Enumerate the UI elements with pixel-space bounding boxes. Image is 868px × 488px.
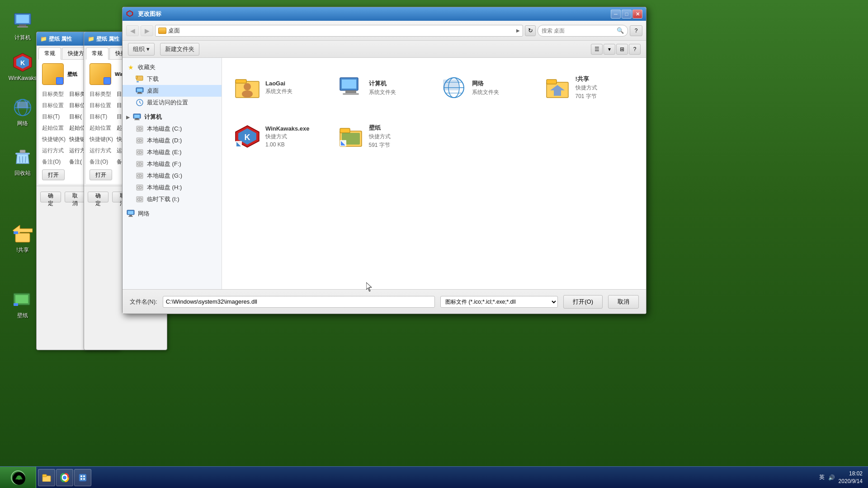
drive-f-icon [135, 160, 144, 169]
file-computer[interactable]: 计算机 系统文件夹 [333, 65, 433, 110]
file-laogai[interactable]: LaoGai 系统文件夹 [229, 65, 329, 110]
svg-rect-13 [20, 150, 25, 153]
file-wallpaper[interactable]: 壁纸 快捷方式 591 字节 [333, 114, 433, 159]
share-file-icon [545, 75, 570, 100]
open-button[interactable]: 打开(O) [563, 295, 603, 309]
nav-pane: ★ 收藏夹 下载 [123, 58, 222, 289]
view-toggle-btn[interactable]: ☰ [591, 44, 603, 55]
taskbar-lang: 英 [819, 474, 825, 481]
forward-btn[interactable]: ▶ [141, 25, 153, 36]
filename-input[interactable] [163, 296, 435, 308]
drive-f-label: 本地磁盘 (F:) [147, 160, 181, 168]
bg1-cancel-btn[interactable]: 取消 [65, 192, 85, 202]
address-arrow: ▶ [516, 28, 520, 33]
expand-arrow-computer: ▶ [126, 115, 130, 120]
svg-rect-69 [342, 80, 356, 89]
winkawaks-icon: K [12, 52, 33, 73]
taskbar-item-explorer[interactable] [38, 469, 55, 486]
share-label: !共享 [16, 247, 28, 254]
nav-drive-g[interactable]: 本地磁盘 (G:) [123, 170, 222, 182]
search-input[interactable] [542, 28, 615, 34]
favorites-label: 收藏夹 [138, 63, 156, 71]
desktop-icon-wallpaper[interactable]: 壁纸 [5, 287, 41, 321]
bg-window1-icon: 📁 [40, 36, 47, 42]
dialog-minimize-btn[interactable]: ─ [611, 9, 621, 19]
file-winkawaks[interactable]: K WinKawaks.exe 快捷方式 1.00 KB [229, 114, 329, 159]
change-icon-dialog: 更改图标 ─ □ ✕ ◀ ▶ 桌面 ▶ ↻ 🔍 ? [122, 7, 646, 314]
desktop-icon-recycle[interactable]: 回收站 [5, 145, 41, 179]
back-btn[interactable]: ◀ [126, 25, 139, 36]
svg-point-100 [80, 475, 82, 477]
start-button[interactable] [0, 467, 36, 488]
nav-downloads[interactable]: 下载 [123, 73, 222, 85]
secondary-toolbar: 组织 ▾ 新建文件夹 ☰ ▾ ⊞ ? [123, 41, 646, 58]
refresh-btn[interactable]: ↻ [525, 25, 536, 36]
taskbar-item-chrome[interactable] [56, 469, 73, 486]
filetype-select[interactable]: 图标文件 (*.ico;*.icl;*.exe;*.dll [440, 296, 558, 308]
nav-drive-e[interactable]: 本地磁盘 (E:) [123, 146, 222, 158]
wallpaper-file-name: 壁纸 [369, 124, 427, 132]
laogai-desc: 系统文件夹 [265, 88, 324, 95]
svg-point-103 [83, 478, 85, 480]
drive-e-icon [135, 148, 144, 157]
computer-nav-icon [132, 113, 142, 122]
new-folder-label: 新建文件夹 [165, 45, 194, 53]
nav-drive-c[interactable]: 本地磁盘 (C:) [123, 123, 222, 135]
bottom-cancel-button[interactable]: 取消 [608, 295, 639, 309]
nav-favorites[interactable]: ★ 收藏夹 [123, 61, 222, 73]
file-network[interactable]: 网络 系统文件夹 [436, 65, 536, 110]
nav-desktop[interactable]: 桌面 [123, 85, 222, 97]
address-toolbar: ◀ ▶ 桌面 ▶ ↻ 🔍 ? [123, 21, 646, 41]
nav-drive-i[interactable]: 临时下载 (I:) [123, 193, 222, 205]
svg-text:K: K [20, 59, 25, 66]
help-btn[interactable]: ? [630, 25, 642, 36]
svg-rect-22 [14, 303, 18, 306]
svg-point-67 [242, 90, 253, 98]
file-share[interactable]: !共享 快捷方式 701 字节 [539, 65, 639, 110]
desktop-icon-winkawaks[interactable]: K WinKawaks [5, 50, 41, 84]
desktop-icon-computer[interactable]: 计算机 [5, 9, 41, 43]
nav-drive-d[interactable]: 本地磁盘 (D:) [123, 135, 222, 146]
drive-g-label: 本地磁盘 (G:) [147, 172, 182, 180]
taskbar-item-controlpanel[interactable] [74, 469, 91, 486]
filename-label: 文件名(N): [130, 298, 157, 306]
bg1-open-btn[interactable]: 打开 [42, 169, 65, 180]
tab-general-1[interactable]: 常规 [38, 47, 61, 60]
winkawaks-file-info: WinKawaks.exe 快捷方式 1.00 KB [265, 125, 324, 148]
organize-btn[interactable]: 组织 ▾ [128, 43, 155, 56]
nav-drive-f[interactable]: 本地磁盘 (F:) [123, 158, 222, 170]
svg-line-14 [19, 156, 20, 163]
svg-point-102 [80, 478, 82, 480]
clock-date: 2020/9/14 [839, 478, 863, 485]
nav-computer-header[interactable]: ▶ 计算机 [123, 111, 222, 123]
desktop-nav-label: 桌面 [147, 87, 159, 95]
svg-rect-95 [42, 474, 47, 477]
drive-g-icon [135, 171, 144, 180]
tab-general-2[interactable]: 常规 [86, 47, 108, 60]
view-dropdown-btn[interactable]: ▾ [604, 44, 615, 55]
view-help2-btn[interactable]: ? [629, 44, 641, 55]
nav-recent[interactable]: 最近访问的位置 [123, 97, 222, 108]
view-large-icon-btn[interactable]: ⊞ [616, 44, 628, 55]
nav-network[interactable]: 网络 [123, 208, 222, 220]
bg2-ok-btn[interactable]: 确定 [88, 192, 108, 202]
svg-text:K: K [245, 133, 250, 142]
dialog-maximize-btn[interactable]: □ [622, 9, 632, 19]
dialog-bottom: 文件名(N): 图标文件 (*.ico;*.icl;*.exe;*.dll 打开… [123, 289, 646, 314]
start-orb [11, 470, 25, 485]
desktop-icon-network[interactable]: 网络 [5, 95, 41, 129]
dialog-titlebar-icon [126, 10, 133, 19]
bg1-ok-btn[interactable]: 确定 [40, 192, 61, 202]
desktop-icon-share[interactable]: !共享 [5, 221, 41, 256]
network-nav-label: 网络 [138, 210, 150, 218]
share-file-desc: 快捷方式 [576, 84, 634, 92]
bg2-open-btn[interactable]: 打开 [90, 169, 112, 180]
svg-rect-29 [137, 89, 142, 92]
new-folder-btn[interactable]: 新建文件夹 [160, 43, 199, 56]
address-bar[interactable]: 桌面 ▶ [155, 25, 523, 37]
content-pane: LaoGai 系统文件夹 计算机 [222, 58, 646, 289]
computer-icon [12, 11, 33, 33]
nav-drive-h[interactable]: 本地磁盘 (H:) [123, 182, 222, 193]
dialog-close-btn[interactable]: ✕ [632, 9, 642, 19]
search-box[interactable]: 🔍 [538, 25, 628, 37]
